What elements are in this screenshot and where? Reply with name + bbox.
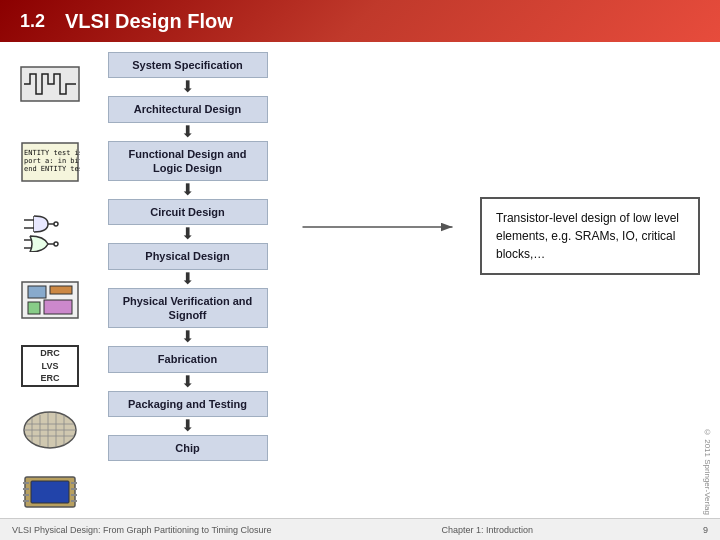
svg-rect-15 [28, 286, 46, 298]
entity-icon: ENTITY test is port a: in bit; end ENTIT… [15, 138, 85, 186]
erc-label: ERC [40, 372, 59, 385]
section-number: 1.2 [20, 11, 45, 32]
footer-left-text: VLSI Physical Design: From Graph Partiti… [12, 525, 272, 535]
flow-step-circuit: Circuit Design [108, 199, 268, 225]
icon-column: ENTITY test is port a: in bit; end ENTIT… [0, 42, 100, 540]
footer-page-number: 9 [703, 525, 708, 535]
svg-text:ENTITY test is: ENTITY test is [24, 149, 80, 157]
arrow-6: ⬇ [181, 329, 194, 345]
gate-icon [15, 208, 85, 256]
drc-label: DRC [40, 347, 60, 360]
flow-step-fabrication: Fabrication [108, 346, 268, 372]
arrow-7: ⬇ [181, 374, 194, 390]
flow-step-chip: Chip [108, 435, 268, 461]
svg-point-13 [54, 242, 58, 246]
annotation-box: Transistor-level design of low level ele… [480, 197, 700, 275]
svg-point-12 [54, 222, 58, 226]
grid-chip-icon [15, 406, 85, 454]
drc-box-icon: DRC LVS ERC [15, 342, 85, 390]
svg-text:port a: in bit;: port a: in bit; [24, 157, 80, 165]
flow-step-architectural: Architectural Design [108, 96, 268, 122]
page-footer: VLSI Physical Design: From Graph Partiti… [0, 518, 720, 540]
flow-step-verification: Physical Verification and Signoff [108, 288, 268, 329]
arrow-2: ⬇ [181, 124, 194, 140]
flow-column: System Specification ⬇ Architectural Des… [100, 42, 275, 540]
arrow-3: ⬇ [181, 182, 194, 198]
page-title: VLSI Design Flow [65, 10, 233, 33]
layout-icon [15, 276, 85, 324]
arrow-5: ⬇ [181, 271, 194, 287]
flow-step-packaging: Packaging and Testing [108, 391, 268, 417]
annotation-text: Transistor-level design of low level ele… [496, 211, 679, 261]
arrow-1: ⬇ [181, 79, 194, 95]
main-content: ENTITY test is port a: in bit; end ENTIT… [0, 42, 720, 540]
page-header: 1.2 VLSI Design Flow [0, 0, 720, 42]
copyright-text: © 2011 Springer-Verlag [703, 428, 712, 515]
svg-rect-17 [28, 302, 40, 314]
flow-step-system-spec: System Specification [108, 52, 268, 78]
waveform-icon [15, 60, 85, 108]
svg-rect-16 [50, 286, 72, 294]
flow-step-functional: Functional Design and Logic Design [108, 141, 268, 182]
annotation-area: Transistor-level design of low level ele… [275, 42, 720, 540]
footer-center-text: Chapter 1: Introduction [442, 525, 534, 535]
svg-text:end ENTITY test;: end ENTITY test; [24, 165, 80, 173]
svg-rect-18 [44, 300, 72, 314]
flow-step-physical: Physical Design [108, 243, 268, 269]
lvs-label: LVS [42, 360, 59, 373]
arrow-4: ⬇ [181, 226, 194, 242]
svg-rect-29 [31, 481, 69, 503]
arrow-8: ⬇ [181, 418, 194, 434]
package-board-icon [15, 468, 85, 516]
